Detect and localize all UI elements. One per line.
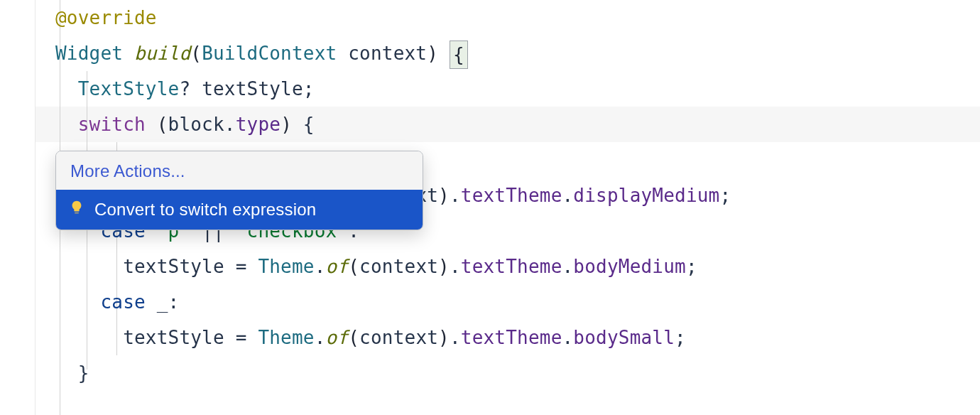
paren: ( — [190, 43, 202, 64]
code-line[interactable]: } — [55, 355, 980, 391]
paren: ) — [438, 256, 450, 277]
equals: = — [236, 256, 247, 277]
paren: ) — [281, 114, 292, 135]
identifier: block — [168, 114, 224, 135]
close-brace: } — [78, 362, 89, 384]
property: textTheme — [461, 185, 562, 206]
property: type — [236, 114, 281, 135]
editor-gutter — [0, 0, 36, 415]
dot: . — [450, 185, 461, 206]
identifier: textStyle — [123, 327, 224, 348]
popup-more-actions[interactable]: More Actions... — [56, 151, 423, 190]
dot: . — [224, 114, 236, 135]
underscore: _ — [157, 291, 168, 313]
semicolon: ; — [675, 327, 686, 348]
code-line[interactable]: case _: — [55, 284, 980, 320]
property: displayMedium — [573, 185, 719, 206]
code-line[interactable]: Widget build(BuildContext context) { — [55, 36, 980, 71]
question-mark: ? — [179, 78, 190, 99]
dot: . — [315, 256, 326, 277]
property: bodyMedium — [573, 256, 686, 277]
popup-item-convert-switch-expression[interactable]: Convert to switch expression — [56, 190, 423, 230]
type-name: Theme — [258, 256, 314, 277]
identifier: textStyle — [202, 78, 303, 99]
type-name: BuildContext — [202, 43, 337, 64]
popup-item-label: Convert to switch expression — [94, 200, 316, 220]
type-name: Theme — [258, 327, 314, 348]
keyword-case: case — [100, 291, 145, 313]
dot: . — [450, 327, 461, 348]
dot: . — [562, 327, 574, 348]
method-name: build — [134, 43, 190, 64]
equals: = — [236, 327, 247, 348]
paren: ) — [427, 43, 438, 64]
code-line[interactable]: TextStyle? textStyle; — [55, 71, 980, 107]
code-line[interactable]: textStyle = Theme.of(context).textTheme.… — [55, 249, 980, 284]
method-name: of — [326, 256, 349, 277]
annotation: @override — [55, 7, 157, 28]
property: textTheme — [461, 327, 562, 348]
colon: : — [168, 291, 180, 313]
property: textTheme — [461, 256, 562, 277]
code-line[interactable]: textStyle = Theme.of(context).textTheme.… — [55, 320, 980, 355]
dot: . — [562, 256, 574, 277]
open-brace-highlight: { — [450, 41, 468, 69]
identifier: context — [348, 43, 427, 64]
code-editor[interactable]: @override Widget build(BuildContext cont… — [0, 0, 980, 415]
code-line[interactable]: @override — [55, 0, 980, 36]
paren: ) — [438, 185, 450, 206]
dot: . — [562, 185, 574, 206]
paren: ( — [348, 256, 359, 277]
paren: ) — [438, 327, 450, 348]
brace: { — [303, 114, 315, 135]
dot: . — [450, 256, 461, 277]
type-name: Widget — [55, 43, 123, 64]
property: bodySmall — [573, 327, 675, 348]
identifier: context — [359, 256, 438, 277]
code-line[interactable]: switch (block.type) { — [55, 107, 980, 142]
method-name: of — [326, 327, 349, 348]
intention-actions-popup[interactable]: More Actions... Convert to switch expres… — [55, 151, 423, 230]
semicolon: ; — [303, 78, 315, 99]
semicolon: ; — [719, 185, 731, 206]
semicolon: ; — [686, 256, 697, 277]
keyword-switch: switch — [78, 114, 146, 135]
identifier: textStyle — [123, 256, 224, 277]
dot: . — [315, 327, 326, 348]
identifier: context — [359, 327, 438, 348]
lightbulb-icon — [69, 200, 85, 220]
paren: ( — [348, 327, 359, 348]
type-name: TextStyle — [78, 78, 180, 99]
paren: ( — [157, 114, 168, 135]
